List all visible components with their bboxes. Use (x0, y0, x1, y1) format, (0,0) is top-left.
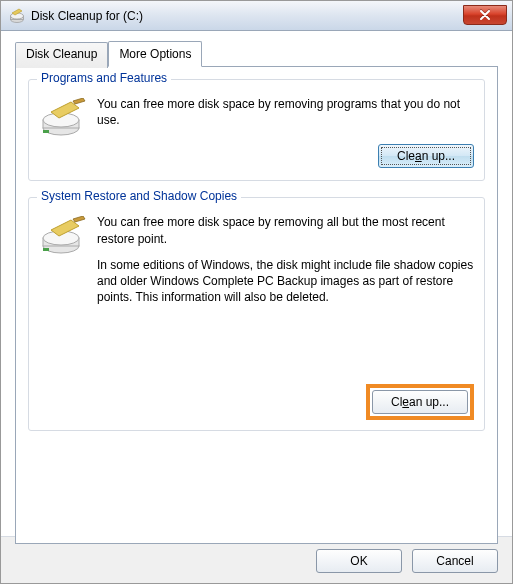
tab-more-options[interactable]: More Options (108, 41, 202, 67)
broom-disk-icon (39, 98, 87, 138)
group-restore-legend: System Restore and Shadow Copies (37, 189, 241, 203)
programs-description: You can free more disk space by removing… (97, 96, 474, 128)
restore-description-2: In some editions of Windows, the disk mi… (97, 257, 474, 306)
titlebar: Disk Cleanup for (C:) (1, 1, 512, 31)
tab-disk-cleanup[interactable]: Disk Cleanup (15, 42, 108, 68)
cleanup-programs-button[interactable]: Clean up... (378, 144, 474, 168)
restore-description-1: You can free more disk space by removing… (97, 214, 474, 246)
tabstrip: Disk Cleanup More Options (15, 41, 498, 67)
group-system-restore: System Restore and Shadow Copies You can… (28, 197, 485, 431)
svg-rect-10 (43, 248, 49, 251)
broom-disk-icon (39, 216, 87, 256)
svg-rect-6 (43, 130, 49, 133)
highlight-annotation: Clean up... (366, 384, 474, 420)
dialog-body: Disk Cleanup More Options Programs and F… (1, 31, 512, 536)
group-programs-legend: Programs and Features (37, 71, 171, 85)
cleanup-restore-button[interactable]: Clean up... (372, 390, 468, 414)
group-programs-features: Programs and Features You can free more … (28, 79, 485, 181)
cancel-button[interactable]: Cancel (412, 549, 498, 573)
close-button[interactable] (463, 5, 507, 25)
disk-cleanup-icon (9, 8, 25, 24)
group-programs-text: You can free more disk space by removing… (97, 96, 474, 138)
close-icon (480, 10, 490, 20)
tabpanel-more-options: Programs and Features You can free more … (15, 66, 498, 544)
ok-button[interactable]: OK (316, 549, 402, 573)
window-title: Disk Cleanup for (C:) (31, 9, 143, 23)
group-restore-text: You can free more disk space by removing… (97, 214, 474, 315)
